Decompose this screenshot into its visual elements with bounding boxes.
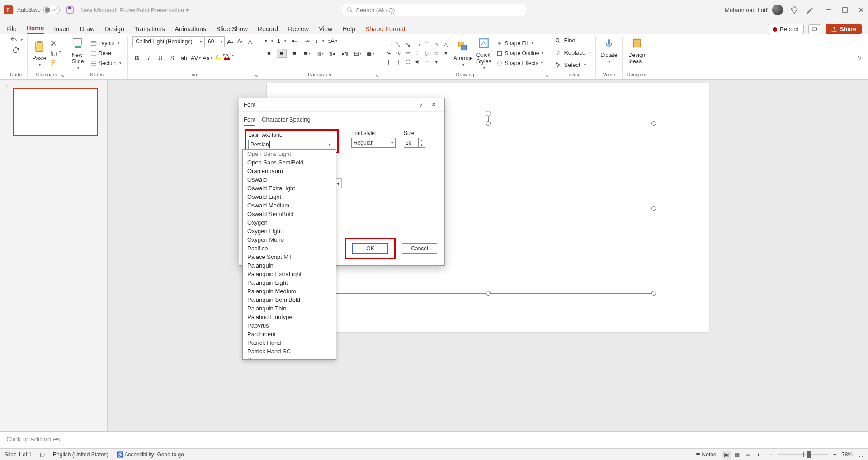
font-option[interactable]: Papyrus <box>243 321 336 330</box>
font-option[interactable]: Oxygen <box>243 218 336 227</box>
font-option[interactable]: Parchment <box>243 330 336 338</box>
notes-toggle[interactable]: ≣ Notes <box>696 451 716 458</box>
zoom-slider[interactable] <box>778 454 828 455</box>
font-option[interactable]: Patrick Hand SC <box>243 347 336 356</box>
arrange-button[interactable]: Arrange▾ <box>453 39 473 67</box>
font-launcher-icon[interactable]: ⬊ <box>255 74 258 78</box>
clear-formatting-icon[interactable]: A <box>245 37 255 46</box>
dialog-tab-spacing[interactable]: Character Spacing <box>262 114 311 126</box>
zoom-level[interactable]: 78% <box>842 451 853 458</box>
paste-button[interactable]: Paste ▾ <box>32 39 47 67</box>
resize-handle-tr[interactable] <box>651 121 656 126</box>
thumbnail-pane[interactable]: 1 <box>0 80 108 431</box>
tab-view[interactable]: View <box>319 25 332 34</box>
oval-shape-icon[interactable]: ○ <box>432 41 440 48</box>
accessibility-indicator[interactable]: ♿ Accessibility: Good to go <box>117 451 184 458</box>
format-painter-icon[interactable] <box>50 60 57 67</box>
zoom-out-icon[interactable]: − <box>769 451 773 458</box>
collapse-ribbon-icon[interactable]: ⋁ <box>858 55 862 61</box>
font-option[interactable]: Oxygen Mono <box>243 235 336 244</box>
brace-right-icon[interactable]: } <box>394 58 402 66</box>
clipboard-launcher-icon[interactable]: ⬊ <box>61 74 65 78</box>
layout-button[interactable]: Layout▾ <box>89 40 123 47</box>
increase-font-icon[interactable]: A▴ <box>226 37 235 46</box>
dialog-close-icon[interactable]: ✕ <box>427 101 440 108</box>
underline-button[interactable]: U <box>156 54 165 63</box>
reading-view-icon[interactable]: ▭ <box>743 451 753 459</box>
font-option[interactable]: Palanquin Light <box>243 278 336 287</box>
bold-button[interactable]: B <box>132 54 142 63</box>
zoom-thumb[interactable] <box>807 451 811 458</box>
minimize-icon[interactable] <box>826 7 832 13</box>
font-option[interactable]: Open Sans SemiBold <box>243 158 336 167</box>
replace-button[interactable]: Replace▾ <box>555 48 591 57</box>
pen-icon[interactable] <box>806 6 814 14</box>
tab-home[interactable]: Home <box>27 24 44 34</box>
toggle-off-icon[interactable]: Off <box>43 6 60 14</box>
chevron-down-icon[interactable]: ▾ <box>329 142 331 147</box>
resize-handle-bm[interactable] <box>486 291 491 296</box>
select-button[interactable]: Select▾ <box>555 61 591 69</box>
copy-icon[interactable] <box>50 50 57 57</box>
undo-dropdown-icon[interactable]: ▾ <box>21 38 23 42</box>
tab-review[interactable]: Review <box>288 25 309 34</box>
drawing-launcher-icon[interactable]: ⬊ <box>545 74 549 78</box>
resize-handle-mr[interactable] <box>651 206 656 211</box>
font-option[interactable]: Palanquin Thin <box>243 304 336 313</box>
font-option[interactable]: Oswald Medium <box>243 201 336 210</box>
scroll-down-icon[interactable]: ▾ <box>432 58 440 66</box>
language-indicator[interactable]: English (United States) <box>53 451 108 458</box>
increase-indent-icon[interactable]: ⇥ <box>302 36 312 45</box>
maximize-icon[interactable] <box>842 7 848 13</box>
close-icon[interactable] <box>858 7 864 13</box>
cut-icon[interactable] <box>50 40 57 47</box>
line-arrow-icon[interactable]: ↘ <box>404 41 412 48</box>
cancel-button[interactable]: Cancel <box>402 243 437 254</box>
find-button[interactable]: Find <box>555 36 591 45</box>
tab-design[interactable]: Design <box>104 25 124 34</box>
callout-icon[interactable]: ◇ <box>423 50 431 57</box>
spin-down-icon[interactable]: ▾ <box>419 143 425 147</box>
font-option[interactable]: Open Sans Light <box>243 150 336 158</box>
slide-canvas-area[interactable] <box>108 80 868 431</box>
shapes-gallery[interactable]: ▭ ＼ ↘ ▭ ▢ ○ △ ⤷ ∿ ⇨ ⇩ ◇ ☆ ▾ { } ⬡ ★ ＋ ▾ <box>385 41 450 66</box>
tab-help[interactable]: Help <box>342 25 355 34</box>
font-option[interactable]: Patrick Hand <box>243 338 336 347</box>
comments-button[interactable] <box>808 24 821 34</box>
align-text-button[interactable]: ⊟▾ <box>353 49 363 58</box>
slide-indicator[interactable]: Slide 1 of 1 <box>5 451 32 458</box>
connector-icon[interactable]: ⤷ <box>385 50 393 57</box>
tab-file[interactable]: File <box>6 25 17 34</box>
columns-button[interactable]: ▥▾ <box>315 49 325 58</box>
align-center-icon[interactable]: ≡ <box>277 49 287 58</box>
font-style-combo[interactable]: Regular▾ <box>351 138 396 148</box>
rotate-handle[interactable] <box>486 111 491 116</box>
font-size-combo[interactable]: 60▾ <box>206 36 225 47</box>
quick-styles-button[interactable]: Quick Styles▾ <box>476 36 491 70</box>
decrease-indent-icon[interactable]: ⇤ <box>289 36 299 45</box>
size-input[interactable] <box>404 138 418 148</box>
font-option[interactable]: Palanquin SemiBold <box>243 296 336 304</box>
resize-handle-tm[interactable] <box>486 121 491 126</box>
spell-check-icon[interactable]: ▢ <box>40 451 45 458</box>
character-spacing-button[interactable]: AV▾ <box>191 54 200 63</box>
font-option[interactable]: Oswald SemiBold <box>243 210 336 218</box>
font-option[interactable]: Palanquin <box>243 261 336 270</box>
zoom-in-icon[interactable]: + <box>833 451 836 458</box>
font-option[interactable]: Palanquin Medium <box>243 287 336 296</box>
font-color-button[interactable]: A▾ <box>224 52 230 64</box>
font-option[interactable]: Pacifico <box>243 244 336 253</box>
font-option[interactable]: Palatino Linotype <box>243 313 336 321</box>
ltr-icon[interactable]: ▸¶ <box>340 49 350 58</box>
dialog-help-icon[interactable]: ? <box>415 101 427 108</box>
highlight-button[interactable]: ▾ <box>215 53 221 63</box>
curve-icon[interactable]: ∿ <box>394 50 402 57</box>
resize-handle-br[interactable] <box>651 291 656 296</box>
tab-insert[interactable]: Insert <box>54 25 70 34</box>
hexagon-icon[interactable]: ⬡ <box>404 58 412 66</box>
ok-button[interactable]: OK <box>353 243 388 254</box>
diamond-icon[interactable] <box>790 6 798 14</box>
font-option[interactable]: Oswald ExtraLight <box>243 184 336 192</box>
shape-fill-button[interactable]: Shape Fill▾ <box>495 40 545 47</box>
new-slide-button[interactable]: New Slide ▾ <box>71 36 85 70</box>
